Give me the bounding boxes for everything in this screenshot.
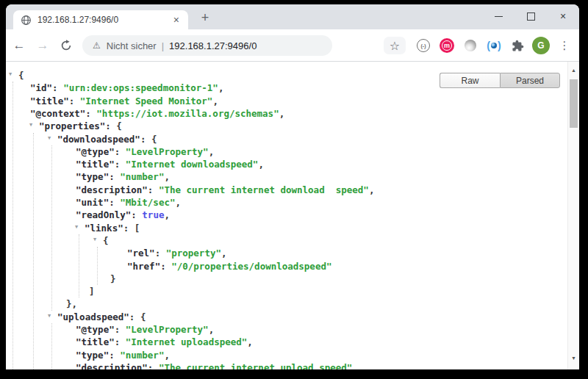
json-token-k: "unit" bbox=[76, 197, 109, 208]
json-token-k: "downloadspeed" bbox=[57, 134, 140, 145]
json-token-p: , bbox=[209, 324, 215, 335]
collapse-arrow-icon[interactable]: ▼ bbox=[93, 237, 96, 242]
extension-button-1[interactable]: (-) bbox=[412, 29, 435, 62]
new-tab-button[interactable]: + bbox=[196, 9, 215, 26]
json-token-p: : bbox=[115, 146, 126, 157]
json-token-s: "LevelProperty" bbox=[126, 146, 209, 157]
json-token-p: : bbox=[52, 82, 63, 93]
parsed-button[interactable]: Parsed bbox=[500, 73, 560, 88]
json-line: "@type": "LevelProperty", bbox=[6, 145, 567, 158]
json-token-s: "number" bbox=[120, 171, 164, 182]
json-line: ▼"downloadspeed": { bbox=[6, 133, 567, 145]
extension-button-4[interactable]: () bbox=[482, 29, 506, 62]
security-label[interactable]: Nicht sicher bbox=[107, 40, 157, 51]
json-token-p: : bbox=[85, 108, 96, 119]
json-token-p: , bbox=[247, 336, 253, 347]
json-line: ▼{ bbox=[6, 234, 567, 247]
browser-window: 192.168.1.27:9496/0 × + × ← → ⚠ Nicht si… bbox=[6, 4, 579, 369]
json-token-s: "Mbit/sec" bbox=[120, 197, 175, 208]
scrollbar-thumb[interactable] bbox=[570, 79, 578, 128]
json-line: "href": "/0/properties/downloadspeed" bbox=[6, 260, 567, 272]
json-token-p: , bbox=[164, 209, 170, 220]
browser-tab[interactable]: 192.168.1.27:9496/0 × bbox=[13, 10, 188, 29]
collapse-arrow-icon[interactable]: ▼ bbox=[29, 123, 32, 128]
json-token-k: "type" bbox=[76, 350, 109, 361]
json-token-p: , bbox=[175, 197, 181, 208]
json-token-k: "title" bbox=[30, 95, 69, 107]
screenshot-root: { "browser": { "tab": { "title": "192.16… bbox=[0, 0, 588, 379]
json-line: ▼"uploadspeed": { bbox=[6, 311, 567, 323]
extension-icons-row: (-) m () G ⋮ bbox=[412, 29, 576, 62]
json-token-p: : bbox=[131, 209, 142, 220]
json-token-s: "Internet uploadspeed" bbox=[126, 336, 248, 347]
json-token-k: "description" bbox=[76, 362, 148, 369]
address-bar[interactable]: ⚠ Nicht sicher | 192.168.1.27:9496/0 bbox=[82, 35, 332, 56]
bookmark-star-button[interactable]: ☆ bbox=[384, 37, 406, 54]
collapse-arrow-icon[interactable]: ▼ bbox=[48, 136, 51, 141]
browser-menu-button[interactable]: ⋮ bbox=[553, 29, 576, 62]
url-separator: | bbox=[162, 40, 164, 51]
window-controls: × bbox=[482, 4, 579, 28]
json-token-k: "description" bbox=[76, 184, 148, 195]
puzzle-icon bbox=[512, 40, 524, 52]
extensions-menu-button[interactable] bbox=[506, 29, 529, 62]
json-token-k: "rel" bbox=[127, 248, 155, 259]
json-token-p: : [ bbox=[123, 223, 140, 234]
json-token-k: "title" bbox=[76, 159, 115, 170]
json-token-p: , bbox=[369, 184, 375, 195]
tab-title: 192.168.1.27:9496/0 bbox=[37, 15, 172, 25]
three-dot-menu-icon: ⋮ bbox=[559, 39, 570, 52]
json-token-p: : bbox=[155, 248, 166, 259]
close-icon: × bbox=[560, 11, 566, 21]
reload-button[interactable] bbox=[57, 37, 75, 54]
json-token-p: { bbox=[103, 235, 109, 246]
tab-strip: 192.168.1.27:9496/0 × + × bbox=[6, 4, 579, 29]
raw-button[interactable]: Raw bbox=[440, 73, 500, 88]
tab-close-icon[interactable]: × bbox=[172, 15, 181, 25]
json-token-p: : bbox=[115, 324, 126, 335]
reload-icon bbox=[60, 40, 72, 51]
profile-button[interactable]: G bbox=[529, 29, 553, 62]
json-token-p: : bbox=[115, 336, 126, 347]
json-token-s: "number" bbox=[120, 350, 164, 361]
json-token-p: : bbox=[109, 350, 120, 361]
json-token-s: "Internet Speed Monitor" bbox=[80, 95, 213, 107]
json-token-s: "Internet downloadspeed" bbox=[126, 159, 259, 170]
json-line: "title": "Internet downloadspeed", bbox=[6, 158, 567, 170]
vertical-scrollbar[interactable]: ▲ ▼ bbox=[567, 62, 579, 369]
collapse-arrow-icon[interactable]: ▼ bbox=[75, 225, 78, 230]
minimize-icon bbox=[495, 16, 503, 17]
json-token-k: "@context" bbox=[30, 108, 85, 119]
json-token-s: "The current internet download speed" bbox=[159, 184, 369, 195]
json-token-p: , bbox=[218, 82, 224, 93]
url-text[interactable]: 192.168.1.27:9496/0 bbox=[169, 40, 257, 51]
json-token-k: "id" bbox=[30, 82, 52, 93]
maximize-button[interactable] bbox=[514, 4, 547, 28]
json-token-p: , bbox=[209, 146, 215, 157]
json-token-p: }, bbox=[66, 298, 77, 309]
collapse-arrow-icon[interactable]: ▼ bbox=[48, 314, 51, 319]
extension-button-3[interactable] bbox=[459, 29, 482, 62]
json-token-k: "@type" bbox=[76, 324, 115, 335]
minimize-button[interactable] bbox=[482, 4, 514, 28]
close-window-button[interactable]: × bbox=[547, 4, 579, 28]
json-token-k: "type" bbox=[76, 171, 109, 182]
blue-extension-icon: () bbox=[487, 40, 501, 51]
back-button[interactable]: ← bbox=[10, 37, 28, 54]
collapse-arrow-icon[interactable]: ▼ bbox=[9, 72, 12, 77]
maximize-icon bbox=[527, 12, 535, 21]
json-line: "@context": "https://iot.mozilla.org/sch… bbox=[6, 107, 567, 120]
scroll-down-icon[interactable]: ▼ bbox=[568, 355, 579, 361]
json-line: ▼"links": [ bbox=[6, 222, 567, 234]
json-line: "@type": "LevelProperty", bbox=[6, 323, 567, 336]
json-token-p: : { bbox=[129, 311, 146, 322]
json-token-p: , bbox=[279, 108, 285, 119]
json-token-p: : bbox=[115, 159, 126, 170]
json-token-s: "LevelProperty" bbox=[126, 324, 209, 335]
json-token-s: "urn:dev:ops:speedmonitor-1" bbox=[63, 82, 218, 93]
json-token-p: : { bbox=[105, 120, 122, 131]
json-token-p: : bbox=[69, 95, 80, 107]
scroll-up-icon[interactable]: ▲ bbox=[568, 68, 579, 73]
json-token-p: } bbox=[110, 273, 116, 284]
extension-button-2[interactable]: m bbox=[435, 29, 459, 62]
